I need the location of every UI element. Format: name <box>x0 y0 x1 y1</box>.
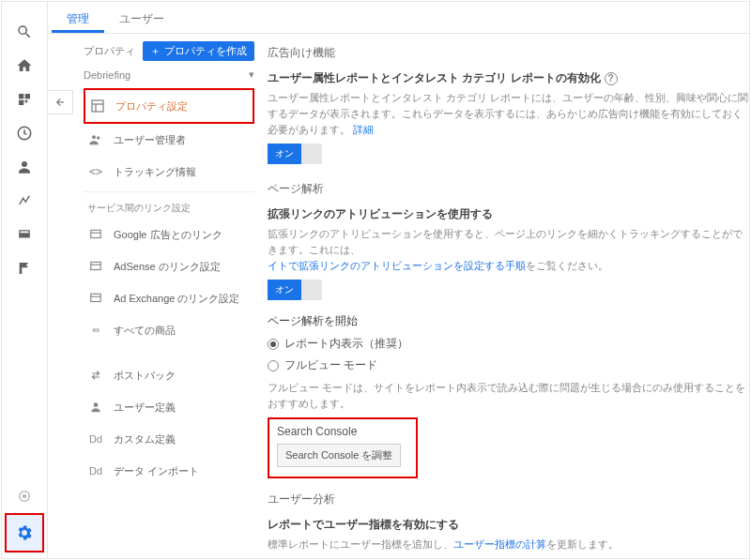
ads-heading: 広告向け機能 <box>268 45 749 61</box>
radio-fullview[interactable]: フルビュー モード <box>268 355 749 376</box>
sidebar-item-label: データ インポート <box>114 464 199 478</box>
dd-icon: Dd <box>87 431 104 447</box>
svg-rect-3 <box>25 100 28 103</box>
property-name: Debriefing <box>84 69 130 81</box>
svg-point-9 <box>23 495 26 498</box>
sidebar-item-all-products[interactable]: すべての商品 <box>84 314 254 346</box>
svg-rect-2 <box>19 100 23 105</box>
svg-rect-10 <box>92 100 103 112</box>
create-property-button[interactable]: ＋ プロパティを作成 <box>143 41 254 61</box>
user-analysis-heading: ユーザー分析 <box>268 492 749 507</box>
sidebar-item-label: トラッキング情報 <box>114 165 196 179</box>
dd-icon: Dd <box>87 462 104 479</box>
enh-toggle[interactable]: オン <box>268 280 322 300</box>
help-icon[interactable]: ? <box>605 72 618 85</box>
discover-icon[interactable] <box>2 479 47 513</box>
dashboard-icon[interactable] <box>2 83 47 116</box>
realtime-icon[interactable] <box>2 116 47 150</box>
link-chain-icon <box>87 322 104 339</box>
sidebar-item-adsense[interactable]: AdSense のリンク設定 <box>84 250 254 282</box>
radio-icon <box>268 360 279 371</box>
back-button[interactable] <box>48 90 73 114</box>
user-metrics-link[interactable]: ユーザー指標の計算 <box>453 538 546 550</box>
tab-admin[interactable]: 管理 <box>52 2 104 33</box>
toggle-on-label: オン <box>268 280 301 300</box>
sidebar-item-label: カスタム定義 <box>114 432 176 446</box>
sc-heading: Search Console <box>277 425 408 438</box>
tab-users[interactable]: ユーザー <box>104 2 179 33</box>
start-title: ページ解析を開始 <box>268 313 749 329</box>
sidebar-item-user-def[interactable]: ユーザー定義 <box>84 391 254 423</box>
sidebar-item-postback[interactable]: ポストバック <box>84 359 254 391</box>
link-icon <box>87 226 104 243</box>
layout-icon <box>89 98 106 114</box>
enh-title: 拡張リンクのアトリビューションを使用する <box>268 206 749 222</box>
svg-point-5 <box>22 161 27 167</box>
fullview-desc: フルビュー モードは、サイトをレポート内表示で読み込む際に問題が生じる場合にのみ… <box>268 380 749 412</box>
demo-title: ユーザー属性レポートとインタレスト カテゴリ レポートの有効化 ? <box>268 70 749 86</box>
sidebar-item-adexchange[interactable]: Ad Exchange のリンク設定 <box>84 282 254 314</box>
sc-adjust-button[interactable]: Search Console を調整 <box>277 444 401 467</box>
demo-desc: ユーザー属性レポートとインタレスト カテゴリ レポートには、ユーザーの年齢、性別… <box>268 90 749 138</box>
acquisition-icon[interactable] <box>2 184 47 218</box>
create-property-label: プロパティを作成 <box>164 44 247 58</box>
user-metrics-title: レポートでユーザー指標を有効にする <box>268 517 749 533</box>
conversions-icon[interactable] <box>2 251 47 285</box>
svg-rect-17 <box>91 262 101 269</box>
search-console-highlight: Search Console Search Console を調整 <box>268 417 418 478</box>
sidebar-item-label: Ad Exchange のリンク設定 <box>114 292 240 306</box>
users-icon <box>87 131 104 148</box>
demo-toggle[interactable]: オン <box>268 144 322 164</box>
svg-point-21 <box>94 402 99 407</box>
radio-in-report[interactable]: レポート内表示（推奨） <box>268 333 749 355</box>
plus-icon: ＋ <box>150 44 161 58</box>
page-analysis-heading: ページ解析 <box>268 181 749 197</box>
sidebar-item-custom-def[interactable]: Dd カスタム定義 <box>84 423 254 455</box>
user-icon <box>87 399 104 416</box>
property-label: プロパティ <box>84 44 135 58</box>
detail-link[interactable]: 詳細 <box>353 124 374 135</box>
behavior-icon[interactable] <box>2 218 47 251</box>
svg-rect-0 <box>19 94 23 98</box>
tab-bar: 管理 ユーザー <box>48 2 749 34</box>
property-selector[interactable]: Debriefing ▾ <box>84 65 254 88</box>
property-column: プロパティ ＋ プロパティを作成 Debriefing ▾ プロパティ設定 <box>84 41 254 558</box>
svg-rect-7 <box>20 232 28 234</box>
svg-rect-19 <box>91 294 101 301</box>
link-icon <box>87 290 104 307</box>
home-icon[interactable] <box>2 49 47 83</box>
sidebar-item-label: すべての商品 <box>114 324 176 338</box>
sidebar-item-label: プロパティ設定 <box>115 99 188 114</box>
main-area: 管理 ユーザー プロパティ ＋ プロパティを作成 Debriefing ▾ <box>48 2 749 558</box>
sidebar-item-label: AdSense のリンク設定 <box>114 260 221 274</box>
svg-point-14 <box>97 136 100 139</box>
settings-panel: 広告向け機能 ユーザー属性レポートとインタレスト カテゴリ レポートの有効化 ?… <box>254 41 749 558</box>
sidebar-item-user-admin[interactable]: ユーザー管理者 <box>84 124 254 156</box>
radio-label: レポート内表示（推奨） <box>284 336 408 352</box>
sidebar-item-google-ads[interactable]: Google 広告とのリンク <box>84 219 254 250</box>
svg-rect-15 <box>91 230 101 237</box>
search-icon[interactable] <box>2 15 47 49</box>
toggle-on-label: オン <box>268 144 301 164</box>
svg-point-13 <box>92 135 96 139</box>
audience-icon[interactable] <box>2 150 47 184</box>
code-icon: <> <box>87 163 104 180</box>
sidebar-item-label: Google 広告とのリンク <box>114 228 222 242</box>
sidebar-item-label: ユーザー定義 <box>114 401 176 415</box>
link-group-label: サービス間のリンク設定 <box>84 191 254 219</box>
enh-link[interactable]: イトで拡張リンクのアトリビューションを設定する手順 <box>268 260 526 271</box>
sidebar-item-property-settings[interactable]: プロパティ設定 <box>84 88 254 124</box>
sidebar-item-label: ポストバック <box>114 369 176 383</box>
left-rail <box>2 2 48 558</box>
demo-title-text: ユーザー属性レポートとインタレスト カテゴリ レポートの有効化 <box>268 70 601 86</box>
sidebar-item-data-import[interactable]: Dd データ インポート <box>84 455 254 487</box>
link-icon <box>87 258 104 275</box>
radio-label: フルビュー モード <box>284 357 377 373</box>
enh-desc: 拡張リンクのアトリビューションを使用すると、ページ上のリンクを細かくトラッキング… <box>268 226 749 274</box>
admin-gear-highlight[interactable] <box>5 513 44 552</box>
radio-icon <box>268 339 279 350</box>
sidebar-item-tracking[interactable]: <> トラッキング情報 <box>84 156 254 188</box>
sidebar-item-label: ユーザー管理者 <box>114 133 186 147</box>
svg-rect-1 <box>25 94 30 98</box>
user-metrics-desc: 標準レポートにユーザー指標を追加し、ユーザー指標の計算を更新します。 <box>268 537 749 552</box>
